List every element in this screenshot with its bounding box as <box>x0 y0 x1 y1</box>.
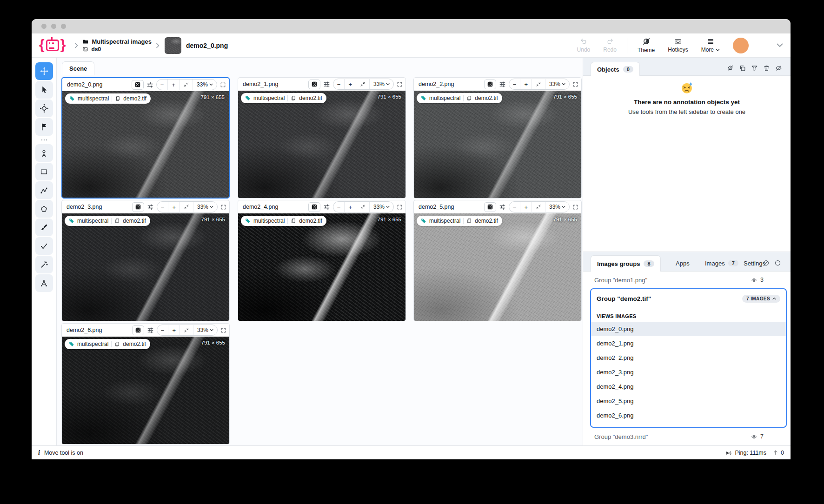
image-card-demo2_5[interactable]: demo2_5.png − + 33% <box>413 200 582 321</box>
fullscreen-icon[interactable] <box>397 81 403 87</box>
zoom-in-button[interactable]: + <box>520 79 532 89</box>
fullscreen-icon[interactable] <box>220 327 226 333</box>
zoom-out-button[interactable]: − <box>509 79 520 89</box>
redo-button[interactable]: Redo <box>603 38 617 53</box>
collapse-groups-icon[interactable] <box>774 259 781 266</box>
select-tool-button[interactable] <box>35 81 53 99</box>
view-image-item[interactable]: demo2_4.png <box>591 379 786 394</box>
graph-tool-button[interactable] <box>35 274 53 292</box>
tab-objects[interactable]: Objects 0 <box>591 62 640 76</box>
more-menu-button[interactable]: More <box>701 38 720 53</box>
undo-button[interactable]: Undo <box>577 38 591 53</box>
image-card-demo2_1[interactable]: demo2_1.png − + 33% <box>238 77 406 199</box>
image-view[interactable]: multispectral demo2.tif 791 × 655 <box>414 91 581 198</box>
fullscreen-icon[interactable] <box>572 81 578 87</box>
image-view[interactable]: multispectral demo2.tif 791 × 655 <box>62 91 229 198</box>
image-view[interactable]: multispectral demo2.tif 791 × 655 <box>62 337 229 444</box>
view-image-item[interactable]: demo2_3.png <box>591 365 786 379</box>
zoom-in-button[interactable]: + <box>168 325 179 335</box>
adjustments-icon[interactable] <box>499 81 506 88</box>
window-close-button[interactable] <box>41 24 47 29</box>
tab-images-groups[interactable]: Images groups 8 <box>591 255 661 272</box>
image-card-demo2_6[interactable]: demo2_6.png − + 33% <box>61 323 230 444</box>
breadcrumb[interactable]: Multispectral images ds0 <box>82 38 152 53</box>
header-collapse-chevron-icon[interactable] <box>777 43 783 47</box>
zoom-out-button[interactable]: − <box>333 79 345 89</box>
zoom-in-button[interactable]: + <box>520 202 532 212</box>
image-view[interactable]: multispectral demo2.tif 791 × 655 <box>62 213 229 321</box>
brush-tool-button[interactable] <box>35 219 53 236</box>
grid-view-button[interactable] <box>308 80 320 89</box>
group-images-badge[interactable]: 7 IMAGES <box>742 295 780 303</box>
image-card-demo2_0[interactable]: demo2_0.png − + 33% <box>61 77 230 199</box>
adjustments-icon[interactable] <box>146 81 153 88</box>
zoom-level-dropdown[interactable]: 33% <box>193 325 217 335</box>
fit-view-button[interactable] <box>532 79 545 89</box>
fit-view-button[interactable] <box>179 325 193 335</box>
user-avatar[interactable] <box>733 38 749 53</box>
image-tags[interactable]: multispectral demo2.tif <box>65 339 150 349</box>
view-image-item[interactable]: demo2_5.png <box>591 394 786 408</box>
zoom-level-dropdown[interactable]: 33% <box>545 202 569 212</box>
window-zoom-button[interactable] <box>61 24 66 29</box>
adjustments-icon[interactable] <box>147 204 154 211</box>
image-card-demo2_4[interactable]: demo2_4.png − + 33% <box>238 200 406 321</box>
image-tags[interactable]: multispectral demo2.tif <box>65 216 150 226</box>
point-tool-button[interactable] <box>35 144 53 162</box>
grid-view-button[interactable] <box>132 325 144 335</box>
zoom-in-button[interactable]: + <box>167 80 179 90</box>
grid-view-button[interactable] <box>132 202 144 212</box>
zoom-level-dropdown[interactable]: 33% <box>545 79 569 89</box>
window-minimize-button[interactable] <box>51 24 56 29</box>
zoom-level-dropdown[interactable]: 33% <box>369 202 393 212</box>
disable-groups-icon[interactable] <box>763 259 770 266</box>
image-tags[interactable]: multispectral demo2.tif <box>417 93 502 103</box>
transform-tool-button[interactable] <box>35 99 53 117</box>
filter-icon[interactable] <box>751 65 758 72</box>
zoom-in-button[interactable]: + <box>168 202 179 212</box>
grid-view-button[interactable] <box>484 202 496 212</box>
adjustments-icon[interactable] <box>147 327 154 334</box>
fullscreen-icon[interactable] <box>397 204 403 210</box>
zoom-level-dropdown[interactable]: 33% <box>369 79 393 89</box>
grid-view-button[interactable] <box>484 80 496 89</box>
fit-view-button[interactable] <box>532 202 545 212</box>
fullscreen-icon[interactable] <box>220 82 226 88</box>
image-tags[interactable]: multispectral demo2.tif <box>241 216 326 226</box>
tab-apps[interactable]: Apps <box>676 255 690 271</box>
zoom-out-button[interactable]: − <box>157 325 168 335</box>
zoom-level-dropdown[interactable]: 33% <box>193 202 217 212</box>
adjustments-icon[interactable] <box>323 81 330 88</box>
view-image-item[interactable]: demo2_6.png <box>591 408 786 423</box>
fullscreen-icon[interactable] <box>572 204 578 210</box>
fit-view-button[interactable] <box>179 80 193 90</box>
fullscreen-icon[interactable] <box>220 204 226 210</box>
flag-tool-button[interactable] <box>35 118 53 136</box>
image-view[interactable]: multispectral demo2.tif 791 × 655 <box>414 213 581 321</box>
tab-settings[interactable]: Settings <box>744 255 765 271</box>
annotations-visibility-icon[interactable] <box>727 65 734 72</box>
delete-all-icon[interactable] <box>763 65 770 72</box>
theme-button[interactable]: Theme <box>638 37 655 53</box>
image-card-demo2_2[interactable]: demo2_2.png − + 33% <box>413 77 582 199</box>
zoom-out-button[interactable]: − <box>157 202 168 212</box>
tab-images[interactable]: Images 7 <box>705 255 738 271</box>
view-image-item[interactable]: demo2_0.png <box>591 322 786 336</box>
pen-tool-button[interactable] <box>35 237 53 255</box>
app-logo[interactable]: { } <box>39 39 66 53</box>
polygon-tool-button[interactable] <box>35 200 53 218</box>
move-tool-button[interactable] <box>35 62 53 80</box>
fit-view-button[interactable] <box>356 79 369 89</box>
image-tags[interactable]: multispectral demo2.tif <box>65 93 151 104</box>
zoom-in-button[interactable]: + <box>344 79 356 89</box>
group-row-demo1[interactable]: Group "demo1.png" 3 <box>583 273 791 286</box>
zoom-out-button[interactable]: − <box>509 202 520 212</box>
fit-view-button[interactable] <box>356 202 369 212</box>
image-thumbnail[interactable] <box>165 37 181 54</box>
zoom-out-button[interactable]: − <box>333 202 345 212</box>
tab-scene[interactable]: Scene <box>62 61 94 75</box>
rectangle-tool-button[interactable] <box>35 163 53 180</box>
polyline-tool-button[interactable] <box>35 181 53 199</box>
view-image-item[interactable]: demo2_2.png <box>591 351 786 365</box>
image-view[interactable]: multispectral demo2.tif 791 × 655 <box>238 91 405 198</box>
